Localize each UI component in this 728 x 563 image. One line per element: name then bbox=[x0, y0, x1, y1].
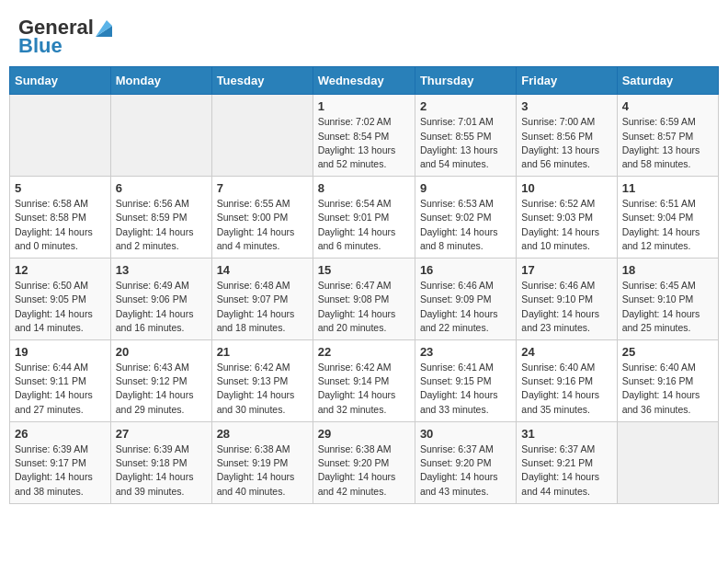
calendar-cell: 28Sunrise: 6:38 AM Sunset: 9:19 PM Dayli… bbox=[211, 421, 313, 503]
calendar-cell bbox=[211, 95, 313, 177]
calendar-cell: 19Sunrise: 6:44 AM Sunset: 9:11 PM Dayli… bbox=[10, 340, 111, 422]
day-number: 2 bbox=[420, 99, 511, 113]
day-info: Sunrise: 6:51 AM Sunset: 9:04 PM Dayligh… bbox=[622, 197, 713, 253]
day-info: Sunrise: 6:45 AM Sunset: 9:10 PM Dayligh… bbox=[622, 279, 713, 335]
calendar-cell: 1Sunrise: 7:02 AM Sunset: 8:54 PM Daylig… bbox=[313, 95, 415, 177]
calendar-cell: 21Sunrise: 6:42 AM Sunset: 9:13 PM Dayli… bbox=[211, 340, 313, 422]
calendar-week-4: 19Sunrise: 6:44 AM Sunset: 9:11 PM Dayli… bbox=[10, 340, 719, 422]
day-number: 5 bbox=[15, 181, 106, 195]
day-info: Sunrise: 6:46 AM Sunset: 9:09 PM Dayligh… bbox=[420, 279, 511, 335]
calendar-cell: 5Sunrise: 6:58 AM Sunset: 8:58 PM Daylig… bbox=[10, 177, 111, 259]
logo-blue: Blue bbox=[18, 35, 63, 57]
calendar-week-2: 5Sunrise: 6:58 AM Sunset: 8:58 PM Daylig… bbox=[10, 177, 719, 259]
calendar-cell: 13Sunrise: 6:49 AM Sunset: 9:06 PM Dayli… bbox=[110, 259, 211, 340]
header-wednesday: Wednesday bbox=[313, 67, 415, 95]
calendar-cell: 24Sunrise: 6:40 AM Sunset: 9:16 PM Dayli… bbox=[517, 340, 617, 422]
calendar-cell bbox=[617, 421, 718, 503]
calendar-cell: 29Sunrise: 6:38 AM Sunset: 9:20 PM Dayli… bbox=[313, 421, 415, 503]
day-info: Sunrise: 6:38 AM Sunset: 9:19 PM Dayligh… bbox=[217, 442, 308, 499]
calendar-cell: 9Sunrise: 6:53 AM Sunset: 9:02 PM Daylig… bbox=[415, 177, 516, 259]
day-info: Sunrise: 6:46 AM Sunset: 9:10 PM Dayligh… bbox=[521, 279, 611, 335]
day-info: Sunrise: 6:49 AM Sunset: 9:06 PM Dayligh… bbox=[116, 279, 207, 335]
calendar-week-3: 12Sunrise: 6:50 AM Sunset: 9:05 PM Dayli… bbox=[10, 259, 719, 340]
calendar-cell: 17Sunrise: 6:46 AM Sunset: 9:10 PM Dayli… bbox=[517, 259, 617, 340]
calendar-cell: 7Sunrise: 6:55 AM Sunset: 9:00 PM Daylig… bbox=[211, 177, 313, 259]
day-number: 26 bbox=[15, 427, 106, 441]
calendar-cell: 6Sunrise: 6:56 AM Sunset: 8:59 PM Daylig… bbox=[110, 177, 211, 259]
day-number: 9 bbox=[420, 181, 511, 195]
header-friday: Friday bbox=[517, 67, 617, 95]
day-info: Sunrise: 6:40 AM Sunset: 9:16 PM Dayligh… bbox=[622, 361, 713, 417]
calendar-cell: 18Sunrise: 6:45 AM Sunset: 9:10 PM Dayli… bbox=[617, 259, 718, 340]
day-number: 14 bbox=[217, 263, 308, 277]
header-sunday: Sunday bbox=[10, 67, 111, 95]
day-info: Sunrise: 7:00 AM Sunset: 8:56 PM Dayligh… bbox=[521, 115, 611, 171]
day-number: 13 bbox=[116, 263, 207, 277]
day-number: 16 bbox=[420, 263, 511, 277]
calendar-cell: 23Sunrise: 6:41 AM Sunset: 9:15 PM Dayli… bbox=[415, 340, 516, 422]
day-info: Sunrise: 6:50 AM Sunset: 9:05 PM Dayligh… bbox=[15, 279, 106, 335]
day-number: 10 bbox=[521, 181, 611, 195]
day-info: Sunrise: 6:37 AM Sunset: 9:20 PM Dayligh… bbox=[420, 442, 511, 499]
day-number: 11 bbox=[622, 181, 713, 195]
day-number: 31 bbox=[521, 427, 611, 441]
day-number: 7 bbox=[217, 181, 308, 195]
calendar-cell: 26Sunrise: 6:39 AM Sunset: 9:17 PM Dayli… bbox=[10, 421, 111, 503]
calendar-week-5: 26Sunrise: 6:39 AM Sunset: 9:17 PM Dayli… bbox=[10, 421, 719, 503]
day-number: 28 bbox=[217, 427, 308, 441]
day-info: Sunrise: 6:37 AM Sunset: 9:21 PM Dayligh… bbox=[521, 442, 611, 499]
calendar-cell: 30Sunrise: 6:37 AM Sunset: 9:20 PM Dayli… bbox=[415, 421, 516, 503]
day-info: Sunrise: 6:55 AM Sunset: 9:00 PM Dayligh… bbox=[217, 197, 308, 253]
day-number: 1 bbox=[318, 99, 410, 113]
day-info: Sunrise: 6:47 AM Sunset: 9:08 PM Dayligh… bbox=[318, 279, 410, 335]
calendar-cell: 22Sunrise: 6:42 AM Sunset: 9:14 PM Dayli… bbox=[313, 340, 415, 422]
calendar-cell: 14Sunrise: 6:48 AM Sunset: 9:07 PM Dayli… bbox=[211, 259, 313, 340]
calendar-cell: 12Sunrise: 6:50 AM Sunset: 9:05 PM Dayli… bbox=[10, 259, 111, 340]
day-info: Sunrise: 6:42 AM Sunset: 9:14 PM Dayligh… bbox=[318, 361, 410, 417]
calendar-cell: 4Sunrise: 6:59 AM Sunset: 8:57 PM Daylig… bbox=[617, 95, 718, 177]
calendar-week-1: 1Sunrise: 7:02 AM Sunset: 8:54 PM Daylig… bbox=[10, 95, 719, 177]
day-info: Sunrise: 6:43 AM Sunset: 9:12 PM Dayligh… bbox=[116, 361, 207, 417]
day-info: Sunrise: 6:39 AM Sunset: 9:18 PM Dayligh… bbox=[116, 442, 207, 499]
header-saturday: Saturday bbox=[617, 67, 718, 95]
header-monday: Monday bbox=[110, 67, 211, 95]
day-info: Sunrise: 6:58 AM Sunset: 8:58 PM Dayligh… bbox=[15, 197, 106, 253]
day-info: Sunrise: 6:38 AM Sunset: 9:20 PM Dayligh… bbox=[318, 442, 410, 499]
logo: General Blue bbox=[18, 17, 112, 57]
day-info: Sunrise: 6:42 AM Sunset: 9:13 PM Dayligh… bbox=[217, 361, 308, 417]
page-header: General Blue bbox=[9, 9, 719, 62]
header-tuesday: Tuesday bbox=[211, 67, 313, 95]
day-number: 20 bbox=[116, 345, 207, 359]
calendar-cell: 15Sunrise: 6:47 AM Sunset: 9:08 PM Dayli… bbox=[313, 259, 415, 340]
day-info: Sunrise: 6:59 AM Sunset: 8:57 PM Dayligh… bbox=[622, 115, 713, 171]
day-info: Sunrise: 6:39 AM Sunset: 9:17 PM Dayligh… bbox=[15, 442, 106, 499]
logo-bird-icon bbox=[96, 17, 112, 37]
day-info: Sunrise: 6:54 AM Sunset: 9:01 PM Dayligh… bbox=[318, 197, 410, 253]
day-info: Sunrise: 7:01 AM Sunset: 8:55 PM Dayligh… bbox=[420, 115, 511, 171]
day-info: Sunrise: 6:44 AM Sunset: 9:11 PM Dayligh… bbox=[15, 361, 106, 417]
day-number: 18 bbox=[622, 263, 713, 277]
calendar-cell: 25Sunrise: 6:40 AM Sunset: 9:16 PM Dayli… bbox=[617, 340, 718, 422]
calendar-cell: 31Sunrise: 6:37 AM Sunset: 9:21 PM Dayli… bbox=[517, 421, 617, 503]
day-number: 30 bbox=[420, 427, 511, 441]
calendar-cell bbox=[10, 95, 111, 177]
day-info: Sunrise: 6:48 AM Sunset: 9:07 PM Dayligh… bbox=[217, 279, 308, 335]
calendar-cell: 10Sunrise: 6:52 AM Sunset: 9:03 PM Dayli… bbox=[517, 177, 617, 259]
calendar-cell: 16Sunrise: 6:46 AM Sunset: 9:09 PM Dayli… bbox=[415, 259, 516, 340]
day-number: 23 bbox=[420, 345, 511, 359]
calendar-cell bbox=[110, 95, 211, 177]
calendar-body: 1Sunrise: 7:02 AM Sunset: 8:54 PM Daylig… bbox=[10, 95, 719, 503]
day-number: 22 bbox=[318, 345, 410, 359]
calendar-cell: 8Sunrise: 6:54 AM Sunset: 9:01 PM Daylig… bbox=[313, 177, 415, 259]
day-number: 27 bbox=[116, 427, 207, 441]
day-number: 12 bbox=[15, 263, 106, 277]
day-number: 4 bbox=[622, 99, 713, 113]
calendar-header-row: SundayMondayTuesdayWednesdayThursdayFrid… bbox=[10, 67, 719, 95]
day-number: 8 bbox=[318, 181, 410, 195]
calendar-cell: 11Sunrise: 6:51 AM Sunset: 9:04 PM Dayli… bbox=[617, 177, 718, 259]
day-number: 24 bbox=[521, 345, 611, 359]
day-number: 3 bbox=[521, 99, 611, 113]
day-number: 21 bbox=[217, 345, 308, 359]
calendar-cell: 27Sunrise: 6:39 AM Sunset: 9:18 PM Dayli… bbox=[110, 421, 211, 503]
day-number: 29 bbox=[318, 427, 410, 441]
